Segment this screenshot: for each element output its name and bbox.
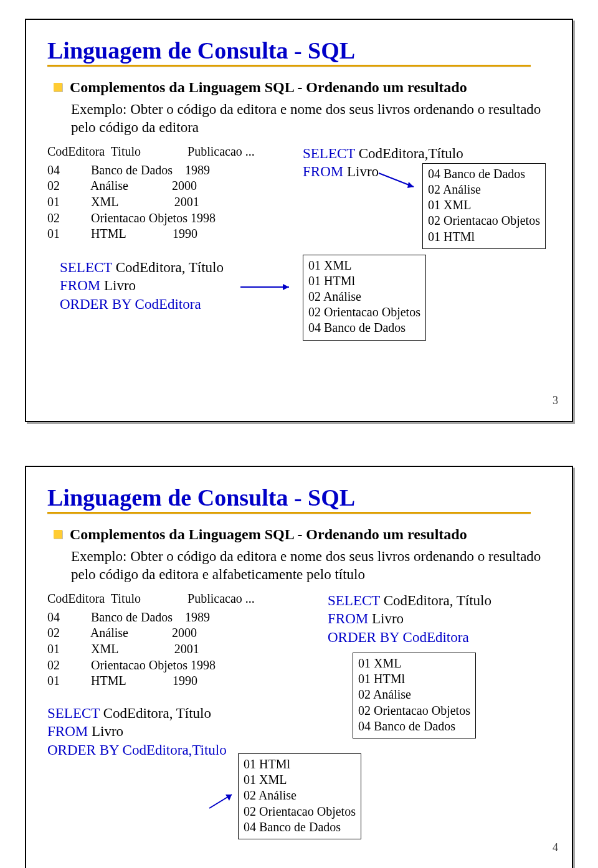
slide-number: 3 <box>553 394 558 407</box>
title-underline <box>47 65 531 67</box>
result-box-right: 01 XML 01 HTMl 02 Análise 02 Orientacao … <box>353 653 476 738</box>
result-box-middle: 01 HTMl 01 XML 02 Análise 02 Orientacao … <box>238 753 361 839</box>
bullet-square-icon <box>54 83 62 92</box>
kw-select: SELECT <box>60 260 116 275</box>
q-left-cols: CodEditora, Título <box>103 705 211 721</box>
q-right-cols: CodEditora, Título <box>384 593 491 608</box>
bullet-item: Complementos da Linguagem SQL - Ordenand… <box>54 525 551 544</box>
kw-orderby: ORDER BY CodEditora <box>328 630 469 645</box>
data-table-rows: 04 Banco de Dados 1989 02 Análise 2000 0… <box>47 610 309 689</box>
kw-select: SELECT <box>303 146 359 161</box>
q-bot-tbl: Livro <box>104 278 136 293</box>
q-top-cols: CodEditora,Título <box>359 146 463 161</box>
kw-select: SELECT <box>47 705 103 721</box>
sql-query-left: SELECT CodEditora, Título FROM Livro ORD… <box>47 704 309 759</box>
kw-select: SELECT <box>328 593 384 608</box>
slide-title: Linguagem de Consulta - SQL <box>47 39 551 64</box>
svg-marker-1 <box>407 182 414 188</box>
kw-from: FROM <box>303 164 347 179</box>
q-left-tbl: Livro <box>92 724 123 739</box>
kw-from: FROM <box>328 611 372 626</box>
slide-title: Linguagem de Consulta - SQL <box>47 486 551 511</box>
result-box-top: 04 Banco de Dados 02 Análise 01 XML 02 O… <box>422 163 546 249</box>
title-underline <box>47 512 531 514</box>
kw-from: FROM <box>47 724 92 739</box>
sql-query-right: SELECT CodEditora, Título FROM Livro ORD… <box>328 592 551 646</box>
q-right-tbl: Livro <box>372 611 404 626</box>
data-table-rows: 04 Banco de Dados 1989 02 Análise 2000 0… <box>47 163 303 242</box>
example-text: Exemplo: Obter o código da editora e nom… <box>71 100 551 137</box>
result-box-bottom: 01 XML 01 HTMl 02 Análise 02 Orientacao … <box>303 255 426 341</box>
slide-number: 4 <box>553 841 558 854</box>
svg-line-4 <box>209 795 232 808</box>
data-table-header: CodEditora Titulo Publicacao ... <box>47 144 303 159</box>
svg-marker-5 <box>225 795 232 801</box>
slide-3: Linguagem de Consulta - SQL Complementos… <box>25 19 573 422</box>
arrow-icon <box>240 281 297 293</box>
data-table-header: CodEditora Titulo Publicacao ... <box>47 592 309 606</box>
kw-from: FROM <box>60 278 104 293</box>
arrow-icon <box>207 790 238 812</box>
q-bot-cols: CodEditora, Título <box>116 260 224 275</box>
svg-marker-3 <box>283 284 289 290</box>
example-text: Exemplo: Obter o código da editora e nom… <box>71 547 551 584</box>
bullet-text: Complementos da Linguagem SQL - Ordenand… <box>70 78 467 97</box>
q-top-tbl: Livro <box>347 164 379 179</box>
sql-query-bottom: SELECT CodEditora, Título FROM Livro ORD… <box>60 258 224 313</box>
slide-4: Linguagem de Consulta - SQL Complementos… <box>25 466 573 868</box>
bullet-square-icon <box>54 530 62 539</box>
bullet-item: Complementos da Linguagem SQL - Ordenand… <box>54 78 551 97</box>
bullet-text: Complementos da Linguagem SQL - Ordenand… <box>70 525 467 544</box>
kw-orderby: ORDER BY CodEditora <box>60 296 201 312</box>
kw-orderby: ORDER BY CodEditora,Titulo <box>47 742 227 758</box>
